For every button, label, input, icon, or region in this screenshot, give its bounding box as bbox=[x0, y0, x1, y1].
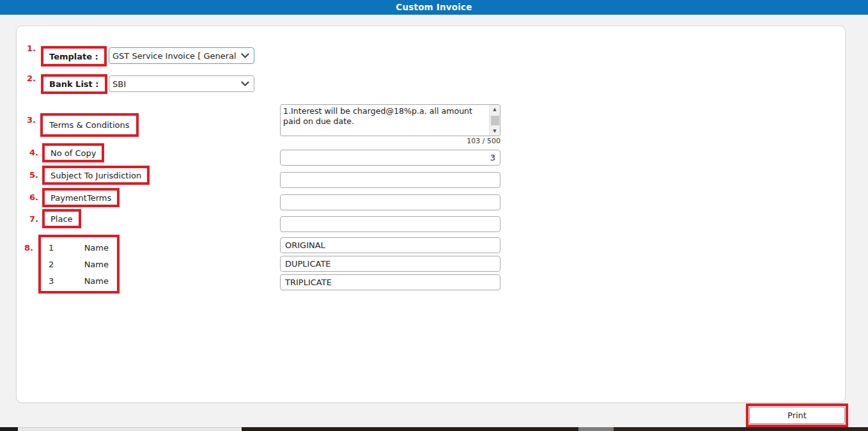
jurisdiction-label-annotation: Subject To Jurisdiction bbox=[42, 166, 150, 185]
taskbar-edge bbox=[0, 427, 868, 431]
template-select[interactable]: GST Service Invoice [ General ] bbox=[109, 47, 254, 64]
copy-names-annotation: 1 Name 2 Name 3 Name bbox=[38, 235, 120, 294]
bank-list-select-value: SBI bbox=[112, 79, 126, 89]
no-of-copy-label-annotation: No of Copy bbox=[42, 143, 104, 162]
terms-label: Terms & Conditions bbox=[49, 120, 130, 130]
annotation-num-3: 3. bbox=[19, 115, 36, 125]
char-counter: 103 / 500 bbox=[280, 137, 500, 145]
scroll-down-icon[interactable]: ▼ bbox=[490, 127, 500, 136]
no-of-copy-label: No of Copy bbox=[50, 148, 96, 158]
payment-terms-label-annotation: PaymentTerms bbox=[42, 188, 120, 207]
copy-row-num: 2 bbox=[49, 260, 54, 269]
place-input[interactable] bbox=[280, 216, 500, 232]
annotation-num-2: 2. bbox=[19, 74, 36, 83]
print-button[interactable]: Print bbox=[749, 407, 845, 424]
jurisdiction-label: Subject To Jurisdiction bbox=[50, 171, 141, 180]
terms-textarea[interactable]: 1.Interest will be charged@18%p.a. all a… bbox=[280, 104, 500, 136]
copy-row-label: Name bbox=[84, 276, 109, 286]
copy-row-2: 2 Name bbox=[41, 260, 117, 269]
no-of-copy-input[interactable] bbox=[280, 150, 500, 166]
scroll-up-icon[interactable]: ▲ bbox=[490, 105, 500, 114]
copy-row-label: Name bbox=[84, 243, 109, 253]
jurisdiction-input[interactable] bbox=[280, 172, 500, 188]
copy-row-3: 3 Name bbox=[41, 276, 117, 286]
annotation-num-7: 7. bbox=[22, 214, 38, 224]
chevron-down-icon bbox=[241, 81, 249, 87]
scrollbar-thumb[interactable] bbox=[491, 116, 499, 125]
place-label: Place bbox=[50, 214, 73, 224]
copy-row-num: 3 bbox=[49, 276, 54, 286]
copy-name-3-input[interactable] bbox=[280, 274, 500, 290]
annotation-num-8: 8. bbox=[17, 243, 33, 253]
scrollbar[interactable]: ▲ ▼ bbox=[489, 105, 500, 136]
copy-row-num: 1 bbox=[49, 243, 54, 253]
chevron-down-icon bbox=[241, 53, 249, 59]
print-button-annotation: Print bbox=[746, 404, 848, 427]
copy-name-2-input[interactable] bbox=[280, 256, 500, 272]
annotation-num-5: 5. bbox=[22, 170, 38, 180]
custom-invoice-page: Custom Invoice 1. 2. 3. 4. 5. 6. 7. 8. T… bbox=[0, 0, 868, 431]
payment-terms-label: PaymentTerms bbox=[50, 193, 111, 203]
template-label: Template : bbox=[49, 52, 98, 61]
payment-terms-input[interactable] bbox=[280, 194, 500, 210]
template-label-annotation: Template : bbox=[41, 46, 107, 67]
annotation-num-1: 1. bbox=[19, 43, 36, 53]
annotation-num-4: 4. bbox=[22, 148, 38, 157]
copy-row-label: Name bbox=[84, 260, 109, 269]
copy-name-1-input[interactable] bbox=[280, 237, 500, 253]
page-title: Custom Invoice bbox=[396, 2, 472, 12]
template-select-value: GST Service Invoice [ General ] bbox=[112, 51, 238, 61]
terms-label-annotation: Terms & Conditions bbox=[40, 113, 139, 137]
header-bar: Custom Invoice bbox=[0, 0, 868, 15]
bank-list-select[interactable]: SBI bbox=[109, 75, 254, 92]
copy-row-1: 1 Name bbox=[41, 243, 117, 253]
place-label-annotation: Place bbox=[42, 209, 81, 228]
bank-list-label: Bank List : bbox=[49, 79, 99, 89]
annotation-num-6: 6. bbox=[22, 192, 38, 202]
bank-list-label-annotation: Bank List : bbox=[41, 74, 107, 94]
terms-textarea-value: 1.Interest will be charged@18%p.a. all a… bbox=[281, 105, 489, 136]
